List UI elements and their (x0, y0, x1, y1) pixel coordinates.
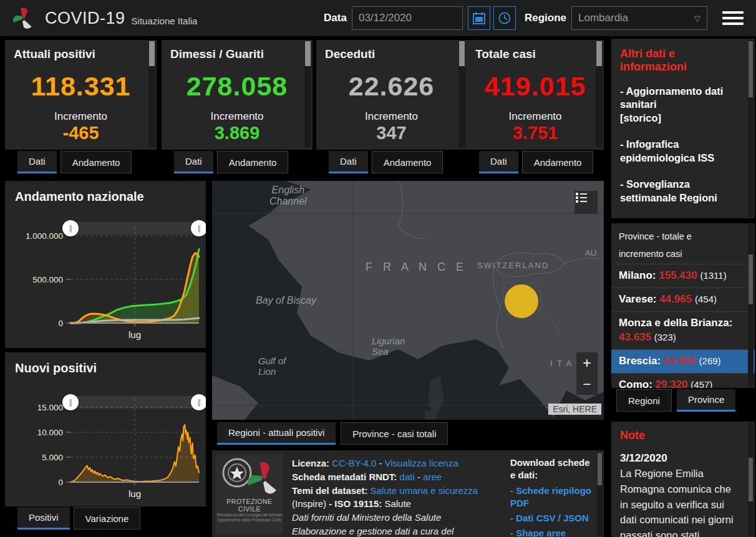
slider-handle-left[interactable]: ∥ (62, 394, 79, 410)
province-row-monza[interactable]: Monza e della Brianza: 43.635 (323) (611, 311, 755, 349)
card-scrollbar[interactable] (596, 41, 603, 147)
province-panel-title: Province - totale e incremento casi (611, 223, 755, 264)
dati-csv-json-link[interactable]: - Dati CSV / JSON (510, 512, 596, 525)
covid-dashboard: COVID-19 Situazione Italia Data Regione (0, 0, 756, 537)
time-range-slider: ∥ ∥ (62, 394, 206, 411)
province-row-brescia[interactable]: Brescia: 34.956 (269) (611, 349, 755, 373)
protezione-civile-logo-icon (10, 5, 36, 31)
increment-label: Incremento (5, 110, 157, 123)
temi-dataset-link[interactable]: Salute umana e sicurezza (371, 485, 478, 496)
svg-text:0: 0 (58, 478, 63, 487)
tab-dati[interactable]: Dati (17, 151, 57, 173)
tab-positivi[interactable]: Positivi (17, 507, 70, 530)
link-infografica-iss[interactable]: - Infografica epidemiologica ISS (620, 138, 739, 165)
map-label-switzerland: SWITZERLAND (477, 261, 549, 270)
time-button[interactable] (493, 6, 516, 30)
note-scrollbar[interactable] (748, 423, 754, 536)
time-range-slider: ∥ ∥ (62, 220, 206, 237)
card-scrollbar[interactable] (148, 41, 155, 147)
zoom-in-button[interactable]: + (576, 352, 598, 374)
card-attuali-positivi: Attuali positivi 118.331 Incremento -465 (5, 40, 157, 150)
andamento-nazionale-panel: Andamento nazionale 0500.0001.000.000lug… (5, 181, 206, 348)
tab-dati[interactable]: Dati (329, 151, 368, 173)
province-scrollbar[interactable] (748, 225, 754, 387)
licenza-label: Licenza: (292, 458, 329, 468)
slider-handle-right[interactable]: ∥ (191, 394, 206, 410)
region-select[interactable]: Lombardia ▽ (571, 6, 707, 30)
calendar-button[interactable] (468, 6, 490, 30)
header: COVID-19 Situazione Italia Data Regione (0, 0, 756, 36)
info-scrollbar[interactable] (597, 452, 603, 536)
altri-dati-scrollbar[interactable] (748, 40, 754, 217)
tab-andamento[interactable]: Andamento (372, 151, 443, 173)
svg-text:10.000: 10.000 (37, 428, 63, 437)
date-label: Data (324, 12, 347, 24)
calendar-icon (472, 11, 486, 25)
iso-label: - ISO 19115: (329, 498, 382, 509)
app-subtitle: Situazione Italia (132, 16, 198, 26)
licenza-link[interactable]: CC-BY-4.0 (332, 458, 376, 468)
map[interactable]: English Channel F R A N C E SWITZERLAND … (212, 181, 604, 420)
tab-province-casi-totali[interactable]: Province - casi totali (341, 422, 448, 445)
visualizza-licenza-link[interactable]: Visualizza licenza (385, 458, 458, 468)
link-sorveglianza-regioni[interactable]: - Sorveglianza settimanale Regioni (620, 178, 739, 205)
shape-aree-link[interactable]: - Shape aree (510, 527, 596, 537)
slider-handle-left[interactable]: ∥ (62, 220, 79, 236)
logo-org-line1: Presidenza del Consiglio dei Ministri (216, 513, 283, 518)
logo-org-line2: Dipartimento della Protezione Civile (216, 518, 283, 523)
card-title: Deceduti (316, 40, 467, 61)
tab-andamento[interactable]: Andamento (522, 151, 594, 173)
nuovi-positivi-tabs: Positivi Variazione (17, 507, 140, 530)
card-title: Totale casi (467, 40, 604, 61)
date-input[interactable] (352, 6, 463, 30)
card1-tabs: Dati Andamento (17, 151, 132, 173)
license-text: Licenza: CC-BY-4.0 - Visualizza licenza … (292, 457, 505, 537)
card-totale-casi: Totale casi 419.015 Incremento 3.751 (467, 40, 604, 150)
slider-track[interactable] (70, 222, 199, 235)
region-bubble-lombardia[interactable] (505, 284, 538, 318)
card-scrollbar[interactable] (458, 41, 465, 147)
increment-label: Incremento (316, 110, 467, 123)
increment-label: Incremento (162, 110, 313, 123)
menu-button[interactable] (722, 8, 744, 28)
nuovi-positivi-panel: Nuovi positivi 05.00010.00015.000lug ∥ ∥ (5, 352, 206, 506)
clock-icon (498, 11, 511, 25)
link-aggiornamento[interactable]: - Aggiornamento (620, 218, 739, 218)
svg-text:500.000: 500.000 (32, 275, 63, 284)
svg-text:1.000.000: 1.000.000 (26, 231, 63, 241)
map-attribution: Esri, HERE (548, 404, 601, 415)
license-info-panel: PROTEZIONE CIVILE Presidenza del Consigl… (212, 450, 604, 537)
tab-regioni[interactable]: Regioni (616, 389, 672, 412)
zoom-out-button[interactable]: − (576, 374, 598, 395)
map-label-ita: I T A (550, 359, 573, 368)
legend-button[interactable] (574, 191, 598, 214)
protezione-civile-logo-box: PROTEZIONE CIVILE Presidenza del Consigl… (216, 454, 283, 534)
tab-andamento[interactable]: Andamento (61, 151, 132, 173)
tab-regioni-attuali-positivi[interactable]: Regioni - attuali positivi (217, 422, 336, 445)
tab-dati[interactable]: Dati (479, 151, 518, 173)
province-row-varese[interactable]: Varese: 44.965 (454) (611, 288, 755, 311)
tab-dati[interactable]: Dati (174, 151, 213, 173)
logo-org-name: PROTEZIONE CIVILE (216, 498, 283, 513)
schede-riepilogo-pdf-link[interactable]: - Schede riepilogo PDF (510, 485, 596, 510)
province-row-milano[interactable]: Milano: 155.430 (1311) (611, 264, 755, 288)
link-aggiornamento-dati-sanitari[interactable]: - Aggiornamento dati sanitari [storico] (620, 85, 739, 125)
download-title: Download schede e dati: (510, 457, 590, 480)
card-title: Attuali positivi (5, 40, 157, 61)
card-value: 22.626 (316, 71, 467, 102)
increment-value: 3.869 (162, 123, 313, 143)
tab-province[interactable]: Province (677, 389, 735, 412)
slider-handle-right[interactable]: ∥ (191, 220, 206, 236)
protezione-civile-emblem-icon (218, 454, 281, 494)
metadati-dati-link[interactable]: dati (400, 472, 415, 482)
slider-track[interactable] (70, 396, 199, 409)
card-scrollbar[interactable] (304, 41, 311, 147)
svg-text:0: 0 (58, 319, 63, 328)
tab-variazione[interactable]: Variazione (74, 507, 141, 530)
tab-andamento[interactable]: Andamento (217, 151, 289, 173)
svg-text:5.000: 5.000 (42, 453, 63, 462)
metadati-aree-link[interactable]: aree (423, 472, 442, 482)
province-row-como[interactable]: Como: 29.320 (457) (611, 373, 755, 388)
province-panel: Province - totale e incremento casi Mila… (611, 223, 755, 388)
region-label: Regione (525, 12, 566, 24)
